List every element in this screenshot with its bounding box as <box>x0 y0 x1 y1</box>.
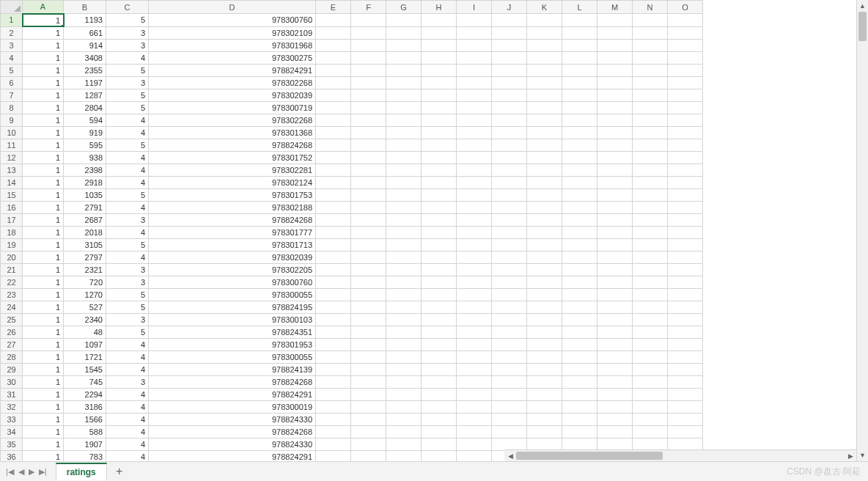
cell[interactable] <box>457 301 492 313</box>
cell[interactable] <box>351 326 386 338</box>
cell[interactable] <box>597 176 633 188</box>
cell[interactable]: 978300055 <box>149 288 316 301</box>
cell[interactable]: 4 <box>106 425 149 438</box>
cell[interactable]: 978302039 <box>149 89 316 101</box>
cell[interactable] <box>668 338 703 350</box>
cell[interactable] <box>422 438 457 450</box>
cell[interactable] <box>422 26 457 39</box>
row-header[interactable]: 15 <box>1 188 23 201</box>
cell[interactable] <box>562 276 597 288</box>
cell[interactable]: 978824330 <box>149 413 316 425</box>
cell[interactable]: 1 <box>23 39 64 51</box>
cell[interactable]: 978300019 <box>149 400 316 413</box>
cell[interactable] <box>351 126 386 139</box>
cell[interactable]: 978824195 <box>149 301 316 313</box>
cell[interactable]: 594 <box>64 114 106 126</box>
row-header[interactable]: 22 <box>1 276 23 288</box>
cell[interactable] <box>562 301 597 313</box>
cell[interactable] <box>351 251 386 263</box>
column-header-B[interactable]: B <box>64 1 106 14</box>
cell[interactable] <box>597 263 633 276</box>
cell[interactable] <box>492 425 527 438</box>
cell[interactable]: 2797 <box>64 251 106 263</box>
row-header[interactable]: 21 <box>1 263 23 276</box>
cell[interactable] <box>351 438 386 450</box>
add-sheet-button[interactable]: + <box>111 463 128 480</box>
cell[interactable] <box>562 101 597 114</box>
cell[interactable]: 2294 <box>64 388 106 400</box>
cell[interactable] <box>527 188 562 201</box>
cell[interactable] <box>316 188 351 201</box>
column-header-D[interactable]: D <box>149 1 316 14</box>
cell[interactable]: 1 <box>23 288 64 301</box>
cell[interactable]: 5 <box>106 101 149 114</box>
cell[interactable] <box>457 201 492 213</box>
cell[interactable] <box>351 350 386 363</box>
row-header[interactable]: 9 <box>1 114 23 126</box>
cell[interactable]: 978300760 <box>149 276 316 288</box>
cell[interactable] <box>457 276 492 288</box>
column-header-K[interactable]: K <box>527 1 562 14</box>
cell[interactable]: 5 <box>106 188 149 201</box>
cell[interactable] <box>562 326 597 338</box>
cell[interactable] <box>316 201 351 213</box>
cell[interactable] <box>422 238 457 251</box>
cell[interactable] <box>457 188 492 201</box>
cell[interactable]: 978301752 <box>149 151 316 164</box>
cell[interactable] <box>386 263 422 276</box>
cell[interactable] <box>668 313 703 326</box>
cell[interactable] <box>351 39 386 51</box>
cell[interactable] <box>351 76 386 89</box>
cell[interactable] <box>386 101 422 114</box>
cell[interactable] <box>562 213 597 226</box>
cell[interactable]: 4 <box>106 126 149 139</box>
cell[interactable]: 1 <box>23 101 64 114</box>
cell[interactable] <box>492 51 527 64</box>
row-header[interactable]: 12 <box>1 151 23 164</box>
cell[interactable] <box>457 413 492 425</box>
cell[interactable] <box>457 388 492 400</box>
cell[interactable] <box>527 164 562 176</box>
cell[interactable]: 5 <box>106 64 149 76</box>
cell[interactable] <box>492 101 527 114</box>
cell[interactable] <box>597 326 633 338</box>
cell[interactable] <box>422 151 457 164</box>
vertical-scrollbar[interactable]: ▲ ▼ <box>856 0 868 461</box>
row-header[interactable]: 30 <box>1 375 23 388</box>
cell[interactable]: 1 <box>23 139 64 151</box>
cell[interactable] <box>457 26 492 39</box>
cell[interactable]: 527 <box>64 301 106 313</box>
cell[interactable]: 978302268 <box>149 76 316 89</box>
cell[interactable] <box>351 114 386 126</box>
cell[interactable] <box>527 64 562 76</box>
cell[interactable] <box>351 313 386 326</box>
cell[interactable] <box>316 51 351 64</box>
column-header-F[interactable]: F <box>351 1 386 14</box>
cell[interactable] <box>492 126 527 139</box>
cell[interactable] <box>597 251 633 263</box>
cell[interactable] <box>351 201 386 213</box>
cell[interactable] <box>668 263 703 276</box>
cell[interactable] <box>386 201 422 213</box>
row-header[interactable]: 28 <box>1 350 23 363</box>
cell[interactable] <box>562 76 597 89</box>
row-header[interactable]: 34 <box>1 425 23 438</box>
cell[interactable] <box>351 188 386 201</box>
cell[interactable]: 5 <box>106 326 149 338</box>
cell[interactable] <box>527 151 562 164</box>
cell[interactable] <box>316 64 351 76</box>
cell[interactable] <box>457 375 492 388</box>
row-header[interactable]: 7 <box>1 89 23 101</box>
cell[interactable] <box>668 363 703 375</box>
cell[interactable] <box>527 39 562 51</box>
cell[interactable] <box>386 363 422 375</box>
cell[interactable] <box>633 101 668 114</box>
cell[interactable] <box>316 276 351 288</box>
cell[interactable] <box>527 338 562 350</box>
cell[interactable] <box>457 326 492 338</box>
row-header[interactable]: 35 <box>1 438 23 450</box>
cell[interactable]: 1 <box>23 89 64 101</box>
cell[interactable] <box>316 350 351 363</box>
cell[interactable] <box>492 375 527 388</box>
cell[interactable] <box>386 226 422 238</box>
